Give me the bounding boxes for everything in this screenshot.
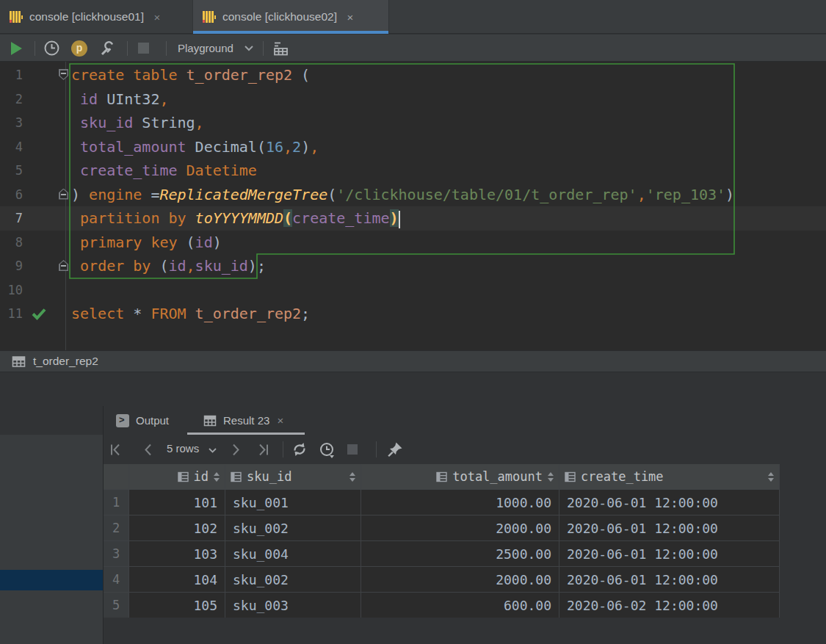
profile-p-icon[interactable]: p xyxy=(71,40,87,57)
first-page-icon[interactable] xyxy=(109,444,122,456)
row-number[interactable]: 2 xyxy=(104,515,128,540)
column-header-total-amount[interactable]: total_amount xyxy=(361,464,559,489)
results-tool-window: > Output Result 23 × xyxy=(0,372,826,644)
tab-console-clickhouse01[interactable]: console [clickhouse01] × xyxy=(0,0,193,34)
code-line[interactable]: select * FROM t_order_rep2; xyxy=(71,302,310,326)
tab-result[interactable]: Result 23 × xyxy=(203,406,283,435)
cell-total-amount[interactable]: 2500.00 xyxy=(361,541,559,566)
row-number[interactable]: 4 xyxy=(104,567,128,592)
close-icon[interactable]: × xyxy=(277,414,283,427)
toolbar-separator xyxy=(127,41,128,56)
result-toolbar: 5 rows xyxy=(0,435,826,464)
code-line[interactable]: create table t_order_rep2 ( xyxy=(71,63,310,87)
line-number: 2 xyxy=(0,87,23,112)
row-number-header[interactable] xyxy=(104,464,128,489)
cell-id[interactable]: 103 xyxy=(129,541,225,566)
cell-create-time[interactable]: 2020-06-01 12:00:00 xyxy=(559,515,779,540)
row-number[interactable]: 3 xyxy=(104,541,128,566)
cell-total-amount[interactable]: 2000.00 xyxy=(361,515,559,540)
code-line[interactable]: primary key (id) xyxy=(71,231,222,255)
tab-label: console [clickhouse02] xyxy=(222,10,337,23)
cell-id[interactable]: 101 xyxy=(129,490,225,515)
cell-create-time[interactable]: 2020-06-01 12:00:00 xyxy=(559,567,779,592)
toolbar-separator xyxy=(166,41,167,56)
chevron-down-icon[interactable] xyxy=(208,447,217,454)
line-number: 4 xyxy=(0,135,23,159)
query-history-icon[interactable] xyxy=(319,441,336,459)
fold-end-icon[interactable] xyxy=(59,189,68,200)
selected-tree-row[interactable] xyxy=(0,570,103,590)
sort-icon[interactable] xyxy=(767,472,775,482)
stop-icon xyxy=(347,444,358,455)
column-header-sku-id[interactable]: sku_id xyxy=(225,464,361,489)
sort-icon[interactable] xyxy=(349,472,356,482)
view-options-icon[interactable] xyxy=(272,40,290,57)
column-icon xyxy=(177,471,189,483)
line-number: 11 xyxy=(0,302,23,326)
services-tree-panel[interactable] xyxy=(0,435,103,644)
reload-icon[interactable] xyxy=(291,441,308,457)
column-header-id[interactable]: id xyxy=(129,464,225,489)
editor-tab-bar: console [clickhouse01] × console [clickh… xyxy=(0,0,826,34)
statement-executed-check-icon[interactable] xyxy=(31,307,47,320)
cell-sku-id[interactable]: sku_002 xyxy=(225,567,361,592)
line-number: 6 xyxy=(0,183,23,207)
cell-id[interactable]: 102 xyxy=(129,515,225,540)
last-page-icon[interactable] xyxy=(257,444,270,456)
application-window: console [clickhouse01] × console [clickh… xyxy=(0,0,826,644)
code-line[interactable]: sku_id String, xyxy=(71,111,204,135)
column-icon xyxy=(230,471,242,483)
cell-total-amount[interactable]: 2000.00 xyxy=(361,567,559,592)
cell-id[interactable]: 105 xyxy=(129,593,225,618)
row-number[interactable]: 5 xyxy=(104,593,128,618)
cell-create-time[interactable]: 2020-06-01 12:00:00 xyxy=(559,541,779,566)
code-line[interactable]: create_time Datetime xyxy=(71,159,257,183)
code-line[interactable]: partition by toYYYYMMDD(create_time) xyxy=(71,206,400,231)
previous-page-icon[interactable] xyxy=(142,444,153,456)
settings-wrench-icon[interactable] xyxy=(98,40,115,57)
close-icon[interactable]: × xyxy=(344,11,356,23)
schedule-clock-icon[interactable] xyxy=(43,40,60,57)
sort-icon[interactable] xyxy=(547,472,554,482)
result-grid: id sku_id xyxy=(104,464,780,618)
sort-icon[interactable] xyxy=(213,472,220,482)
table-icon xyxy=(12,355,26,369)
run-icon[interactable] xyxy=(11,42,22,55)
pin-icon[interactable] xyxy=(387,441,403,457)
chevron-down-icon[interactable] xyxy=(244,45,254,52)
page-size-select[interactable]: 5 rows xyxy=(167,442,199,455)
fold-start-icon[interactable] xyxy=(59,69,68,80)
main-toolbar: p Playground xyxy=(0,35,826,62)
cell-id[interactable]: 104 xyxy=(129,567,225,592)
line-number: 9 xyxy=(0,254,23,278)
code-line[interactable]: total_amount Decimal(16,2), xyxy=(71,135,319,159)
close-icon[interactable]: × xyxy=(151,11,163,23)
clickhouse-logo-icon xyxy=(202,10,215,23)
cell-sku-id[interactable]: sku_002 xyxy=(225,515,361,540)
next-page-icon[interactable] xyxy=(231,444,242,456)
row-number[interactable]: 1 xyxy=(104,490,128,515)
clickhouse-logo-icon xyxy=(9,10,22,23)
sql-editor[interactable]: 1234567891011 create table t_order_rep2 … xyxy=(0,62,826,350)
cell-sku-id[interactable]: sku_004 xyxy=(225,541,361,566)
cell-total-amount[interactable]: 600.00 xyxy=(361,593,559,618)
toolbar-separator xyxy=(376,441,377,457)
code-line[interactable]: id UInt32, xyxy=(71,87,168,112)
fold-end-icon[interactable] xyxy=(59,260,68,271)
services-header-bar[interactable]: t_order_rep2 xyxy=(0,350,826,372)
cell-create-time[interactable]: 2020-06-01 12:00:00 xyxy=(559,490,779,515)
cell-create-time[interactable]: 2020-06-02 12:00:00 xyxy=(559,593,779,618)
tab-label: console [clickhouse01] xyxy=(29,10,144,23)
cell-sku-id[interactable]: sku_001 xyxy=(225,490,361,515)
cell-total-amount[interactable]: 1000.00 xyxy=(361,490,559,515)
code-line[interactable]: order by (id,sku_id); xyxy=(71,254,266,278)
tab-label: Output xyxy=(136,414,169,427)
tab-output[interactable]: > Output xyxy=(116,406,169,435)
code-line[interactable]: ) engine =ReplicatedMergeTree('/clickhou… xyxy=(71,183,734,207)
session-selector[interactable]: Playground xyxy=(178,42,233,54)
tab-console-clickhouse02[interactable]: console [clickhouse02] × xyxy=(193,0,389,34)
result-table-icon xyxy=(203,414,217,427)
column-label: id xyxy=(194,469,209,484)
cell-sku-id[interactable]: sku_003 xyxy=(225,593,361,618)
column-header-create-time[interactable]: create_time xyxy=(559,464,779,489)
